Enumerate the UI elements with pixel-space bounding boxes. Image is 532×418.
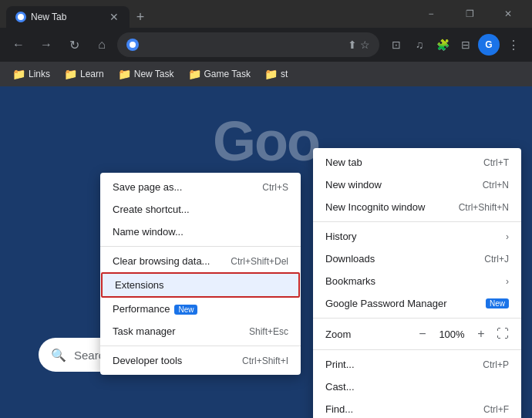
puzzle-icon[interactable]: 🧩 [432, 34, 453, 56]
minimize-button[interactable]: − [413, 0, 449, 28]
menu-history[interactable]: History › [313, 225, 521, 248]
submenu-name-window[interactable]: Name window... [100, 221, 301, 243]
home-button[interactable]: ⌂ [89, 32, 114, 57]
bookmark-learn[interactable]: 📁 Learn [58, 65, 110, 83]
window-controls: − ❐ ✕ [413, 0, 526, 28]
screenshot-icon[interactable]: ⊡ [386, 34, 407, 56]
new-tab-button[interactable]: + [130, 6, 151, 28]
bookmark-links[interactable]: 📁 Links [6, 65, 56, 83]
more-menu-button[interactable]: ⋮ [501, 32, 526, 57]
submenu-save-page[interactable]: Save page as... Ctrl+S [100, 176, 301, 198]
close-button[interactable]: ✕ [490, 0, 526, 28]
submenu-performance[interactable]: PerformanceNew [100, 298, 301, 320]
sidebar-icon[interactable]: ⊟ [455, 34, 476, 56]
zoom-controls: − 100% + ⛶ [413, 325, 509, 343]
menu-password-manager[interactable]: Google Password Manager New [313, 292, 521, 315]
submenu-developer-tools[interactable]: Developer tools Ctrl+Shift+I [100, 349, 301, 372]
menu-divider-2 [313, 318, 521, 319]
toolbar: ← → ↻ ⌂ ⬆ ☆ ⊡ ♫ 🧩 ⊟ G ⋮ [0, 28, 532, 62]
menu-bookmarks[interactable]: Bookmarks › [313, 270, 521, 292]
submenu-divider-2 [100, 346, 301, 346]
zoom-in-button[interactable]: + [472, 325, 490, 343]
tab-close-button[interactable]: ✕ [108, 11, 120, 23]
menu-incognito[interactable]: New Incognito window Ctrl+Shift+N [313, 196, 521, 218]
music-ext-icon[interactable]: ♫ [409, 34, 430, 56]
svg-point-0 [18, 14, 24, 20]
extension-icons: ⊡ ♫ 🧩 ⊟ G ⋮ [386, 32, 526, 57]
submenu-divider-1 [100, 246, 301, 247]
bookmark-st[interactable]: 📁 st [258, 65, 294, 83]
submenu-clear-browsing[interactable]: Clear browsing data... Ctrl+Shift+Del [100, 250, 301, 272]
active-tab[interactable]: New Tab ✕ [6, 6, 130, 28]
menu-divider-3 [313, 349, 521, 350]
search-icon: 🔍 [51, 348, 66, 362]
svg-point-1 [130, 42, 136, 48]
omnibox[interactable]: ⬆ ☆ [117, 32, 379, 57]
more-tools-submenu: Save page as... Ctrl+S Create shortcut..… [100, 173, 301, 375]
title-bar: New Tab ✕ + − ❐ ✕ [0, 0, 532, 28]
back-button[interactable]: ← [6, 32, 31, 57]
main-context-menu: New tab Ctrl+T New window Ctrl+N New Inc… [313, 148, 521, 418]
menu-divider-1 [313, 221, 521, 222]
bookmark-game-task[interactable]: 📁 Game Task [182, 65, 257, 83]
restore-button[interactable]: ❐ [452, 0, 487, 28]
tab-title: New Tab [31, 12, 103, 22]
zoom-out-button[interactable]: − [413, 325, 432, 343]
page-content: Goo 🔍 Search Save page as... Ctrl+S Crea… [0, 86, 532, 418]
omnibox-favicon [126, 39, 139, 51]
tab-favicon [15, 12, 26, 22]
submenu-create-shortcut[interactable]: Create shortcut... [100, 198, 301, 221]
menu-cast[interactable]: Cast... [313, 376, 521, 398]
bookmark-new-task[interactable]: 📁 New Task [112, 65, 180, 83]
reload-button[interactable]: ↻ [62, 32, 86, 57]
google-logo: Goo [213, 110, 319, 173]
menu-downloads[interactable]: Downloads Ctrl+J [313, 248, 521, 270]
menu-find[interactable]: Find... Ctrl+F [313, 398, 521, 418]
menu-print[interactable]: Print... Ctrl+P [313, 353, 521, 376]
omnibox-right: ⬆ ☆ [348, 39, 370, 51]
menu-new-window[interactable]: New window Ctrl+N [313, 174, 521, 196]
menu-zoom[interactable]: Zoom − 100% + ⛶ [313, 322, 521, 346]
share-icon[interactable]: ⬆ [348, 39, 357, 51]
submenu-extensions[interactable]: Extensions [101, 272, 300, 298]
bookmark-icon[interactable]: ☆ [360, 39, 370, 51]
menu-new-tab[interactable]: New tab Ctrl+T [313, 151, 521, 174]
tab-area: New Tab ✕ + [6, 0, 407, 28]
submenu-task-manager[interactable]: Task manager Shift+Esc [100, 320, 301, 342]
fullscreen-icon[interactable]: ⛶ [497, 327, 509, 341]
profile-avatar[interactable]: G [478, 34, 500, 56]
zoom-value: 100% [438, 329, 466, 340]
forward-button[interactable]: → [34, 32, 59, 57]
bookmarks-bar: 📁 Links 📁 Learn 📁 New Task 📁 Game Task 📁… [0, 62, 532, 86]
